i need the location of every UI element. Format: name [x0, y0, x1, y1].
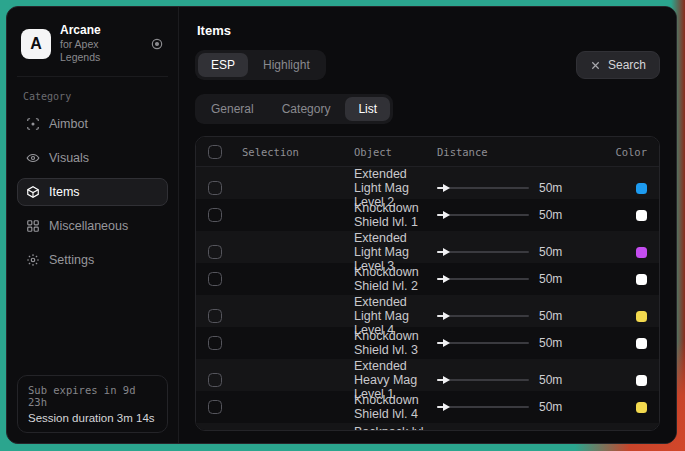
header-object: Object — [354, 146, 437, 158]
sidebar-item-settings[interactable]: Settings — [17, 246, 168, 274]
session-duration-text: Session duration 3m 14s — [28, 412, 157, 424]
object-name: Knockdown Shield lvl. 1 — [354, 201, 437, 229]
mode-tabs: ESP Highlight — [195, 50, 326, 80]
main-content: Items ESP Highlight Search General Categ… — [179, 7, 676, 443]
distance-value: 50m — [539, 181, 562, 195]
object-name: Knockdown Shield lvl. 2 — [354, 265, 437, 293]
sidebar-item-label: Miscellaneous — [49, 219, 128, 233]
tab-general[interactable]: General — [198, 97, 267, 121]
table-row: Backpack lvl. 1 50m — [196, 423, 659, 431]
table-row: Knockdown Shield lvl. 3 50m — [196, 327, 659, 359]
page-title: Items — [197, 23, 660, 38]
color-swatch[interactable] — [636, 402, 647, 413]
header-distance: Distance — [437, 146, 595, 158]
app-logo: A — [21, 29, 51, 59]
grid-icon — [26, 219, 40, 233]
distance-slider[interactable] — [437, 337, 529, 349]
color-swatch[interactable] — [636, 183, 647, 194]
table-row: Knockdown Shield lvl. 1 50m — [196, 199, 659, 231]
object-name: Backpack lvl. 1 — [354, 425, 437, 431]
table-row: Knockdown Shield lvl. 4 50m — [196, 391, 659, 423]
search-button-label: Search — [608, 58, 646, 72]
table-row: Extended Heavy Mag Level 1 50m — [196, 359, 659, 391]
distance-slider[interactable] — [437, 209, 529, 221]
row-checkbox[interactable] — [208, 400, 222, 414]
table-row: Knockdown Shield lvl. 2 50m — [196, 263, 659, 295]
table-row: Extended Light Mag Level 2 50m — [196, 167, 659, 199]
tab-category[interactable]: Category — [269, 97, 344, 121]
search-icon — [590, 60, 601, 71]
package-icon — [26, 185, 40, 199]
items-table: Selection Object Distance Color Extended… — [195, 136, 660, 431]
view-tabs-wrap: General Category List — [195, 94, 660, 124]
view-tabs: General Category List — [195, 94, 393, 124]
tab-highlight[interactable]: Highlight — [250, 53, 323, 77]
toolbar: ESP Highlight Search — [195, 50, 660, 80]
header-color: Color — [595, 146, 647, 158]
sidebar-item-aimbot[interactable]: Aimbot — [17, 110, 168, 138]
category-section-label: Category — [23, 91, 162, 102]
table-row: Extended Light Mag Level 3 50m — [196, 231, 659, 263]
row-checkbox[interactable] — [208, 336, 222, 350]
distance-value: 50m — [539, 272, 562, 286]
sub-expiry-text: Sub expires in 9d 23h — [28, 384, 157, 408]
color-swatch[interactable] — [636, 338, 647, 349]
distance-value: 50m — [539, 208, 562, 222]
sidebar-item-label: Items — [49, 185, 80, 199]
row-checkbox[interactable] — [208, 208, 222, 222]
tab-esp[interactable]: ESP — [198, 53, 248, 77]
distance-value: 50m — [539, 309, 562, 323]
color-swatch[interactable] — [636, 274, 647, 285]
distance-slider[interactable] — [437, 182, 529, 194]
row-checkbox[interactable] — [208, 272, 222, 286]
row-checkbox[interactable] — [208, 181, 222, 195]
select-all-checkbox[interactable] — [208, 145, 222, 159]
distance-value: 50m — [539, 373, 562, 387]
distance-slider[interactable] — [437, 310, 529, 322]
distance-slider[interactable] — [437, 246, 529, 258]
color-swatch[interactable] — [636, 311, 647, 322]
row-checkbox[interactable] — [208, 373, 222, 387]
color-swatch[interactable] — [636, 210, 647, 221]
crosshair-icon — [26, 117, 40, 131]
table-row: Extended Light Mag Level 4 50m — [196, 295, 659, 327]
search-button[interactable]: Search — [576, 51, 660, 79]
color-swatch[interactable] — [636, 375, 647, 386]
distance-slider[interactable] — [437, 374, 529, 386]
eye-icon — [26, 151, 40, 165]
object-name: Knockdown Shield lvl. 4 — [354, 393, 437, 421]
app-window: A Arcane for Apex Legends Category — [6, 6, 677, 444]
table-header-row: Selection Object Distance Color — [196, 137, 659, 167]
color-swatch[interactable] — [636, 247, 647, 258]
sidebar-item-label: Settings — [49, 253, 94, 267]
brand-header: A Arcane for Apex Legends — [17, 17, 168, 77]
app-subtitle: for Apex Legends — [60, 38, 141, 64]
sidebar-item-items[interactable]: Items — [17, 178, 168, 206]
distance-slider[interactable] — [437, 273, 529, 285]
subscription-info-box: Sub expires in 9d 23h Session duration 3… — [17, 375, 168, 433]
target-icon[interactable] — [150, 37, 164, 51]
sidebar-nav: Aimbot Visuals Items — [17, 110, 168, 274]
sidebar-item-visuals[interactable]: Visuals — [17, 144, 168, 172]
distance-value: 50m — [539, 245, 562, 259]
app-title: Arcane — [60, 23, 141, 38]
sidebar-item-miscellaneous[interactable]: Miscellaneous — [17, 212, 168, 240]
distance-value: 50m — [539, 400, 562, 414]
sidebar: A Arcane for Apex Legends Category — [7, 7, 179, 443]
row-checkbox[interactable] — [208, 245, 222, 259]
header-selection: Selection — [242, 146, 354, 158]
sidebar-item-label: Visuals — [49, 151, 89, 165]
tab-list[interactable]: List — [345, 97, 390, 121]
object-name: Knockdown Shield lvl. 3 — [354, 329, 437, 357]
distance-slider[interactable] — [437, 401, 529, 413]
sidebar-item-label: Aimbot — [49, 117, 88, 131]
gear-icon — [26, 253, 40, 267]
row-checkbox[interactable] — [208, 309, 222, 323]
distance-value: 50m — [539, 336, 562, 350]
